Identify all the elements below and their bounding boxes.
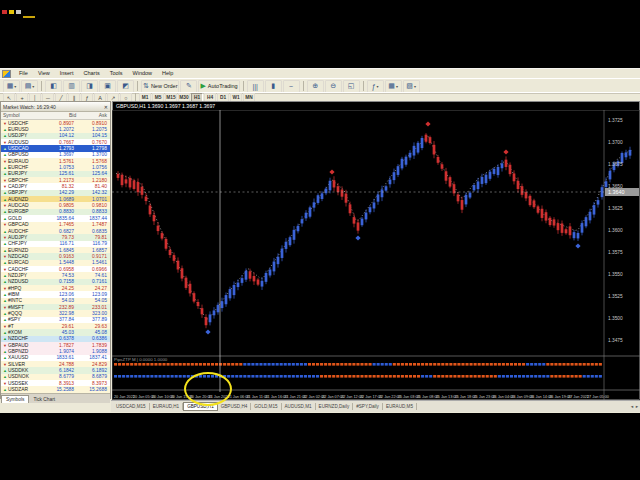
market-watch-row-nzdusd[interactable]: ▲NZDUSD0.71580.7161 xyxy=(1,279,110,285)
column-ask[interactable]: Ask xyxy=(76,112,110,119)
chevron-down-icon[interactable]: ▾ xyxy=(414,84,416,89)
chart-tab-usdcad-m15[interactable]: USDCAD,M15 xyxy=(113,403,150,410)
market-watch-row-euraud[interactable]: ▼EURAUD1.57611.5768 xyxy=(1,158,110,164)
menu-insert[interactable]: Insert xyxy=(55,69,79,78)
market-watch-row-usdzar[interactable]: ▲USDZAR15.258815.2688 xyxy=(1,386,110,392)
market-watch-row-nzdcad[interactable]: ▼NZDCAD0.91630.9171 xyxy=(1,253,110,259)
market-watch-row-audcad[interactable]: ▼AUDCAD0.98050.9810 xyxy=(1,202,110,208)
market-watch-toggle-button[interactable]: ◧ xyxy=(45,80,62,93)
profiles-button[interactable]: ▤▾ xyxy=(21,80,38,93)
market-watch-row-hpq[interactable]: ▼#HPQ24.2524.27 xyxy=(1,285,110,291)
tile-windows-button[interactable]: ◱ xyxy=(343,80,360,93)
bid-value: 142.29 xyxy=(44,190,77,195)
templates-button[interactable]: ▨▾ xyxy=(403,80,420,93)
zoom-in-button[interactable]: ⊕ xyxy=(307,80,324,93)
metaeditor-button[interactable]: ✎ xyxy=(180,80,197,93)
market-watch-row-usdsek[interactable]: ▼USDSEK8.39138.3973 xyxy=(1,380,110,386)
market-watch-row-eurcad[interactable]: ▲EURCAD1.54481.5461 xyxy=(1,260,110,266)
chart-tab-eurnzd-daily[interactable]: EURNZD,Daily xyxy=(316,403,354,410)
chart-tab-audusd-m1[interactable]: AUDUSD,M1 xyxy=(282,403,316,410)
terminal-button[interactable]: ▣ xyxy=(99,80,116,93)
market-watch-tab-tick-chart[interactable]: Tick Chart xyxy=(29,396,59,403)
market-watch-row-xom[interactable]: ▲#XOM45.0345.08 xyxy=(1,329,110,335)
chevron-down-icon[interactable]: ▾ xyxy=(32,84,34,89)
market-watch-row-gbpchf[interactable]: ▼GBPCHF1.21731.2180 xyxy=(1,177,110,183)
menu-view[interactable]: View xyxy=(33,69,55,78)
menu-file[interactable]: File xyxy=(14,69,33,78)
market-watch-row-eurchf[interactable]: ▲EURCHF1.07531.0756 xyxy=(1,164,110,170)
market-watch-row-intc[interactable]: ▲#INTC54.0354.05 xyxy=(1,298,110,304)
chart-tab--spy-daily[interactable]: #SPY,Daily xyxy=(353,403,383,410)
market-watch-row-msft[interactable]: ▼#MSFT232.89233.01 xyxy=(1,304,110,310)
market-watch-row-eurgbp[interactable]: ▲EURGBP0.88300.8833 xyxy=(1,209,110,215)
market-watch-row-gbpaud[interactable]: ▼GBPAUD1.78271.7839 xyxy=(1,342,110,348)
market-watch-row-gbpjpy[interactable]: ▲GBPJPY142.29142.32 xyxy=(1,190,110,196)
market-watch-row-audjpy[interactable]: ▼AUDJPY79.7379.81 xyxy=(1,234,110,240)
autotrading-button[interactable]: ▶AutoTrading xyxy=(198,80,239,93)
line-chart-mode-button[interactable]: ~ xyxy=(283,80,300,93)
market-watch-row-t[interactable]: ▼#T29.6129.63 xyxy=(1,323,110,329)
market-watch-tab-symbols[interactable]: Symbols xyxy=(1,395,29,403)
market-watch-row-nzdchf[interactable]: ▲NZDCHF0.63780.6386 xyxy=(1,336,110,342)
market-watch-row-cadchf[interactable]: ▼CADCHF0.69580.6966 xyxy=(1,266,110,272)
market-watch-row-gold[interactable]: ▲GOLD1835.641837.44 xyxy=(1,215,110,221)
column-symbol[interactable]: Symbol xyxy=(1,112,45,119)
menu-charts[interactable]: Charts xyxy=(78,69,104,78)
menu-tools[interactable]: Tools xyxy=(105,69,128,78)
market-watch-row-eurjpy[interactable]: ▲EURJPY125.61125.64 xyxy=(1,171,110,177)
market-watch-row-gbpcad[interactable]: ▼GBPCAD1.74651.7487 xyxy=(1,222,110,228)
market-watch-row-usdchf[interactable]: ▼USDCHF0.89070.8910 xyxy=(1,120,110,126)
ask-value: 323.00 xyxy=(77,311,110,316)
market-watch-row-audchf[interactable]: ▲AUDCHF0.68270.6835 xyxy=(1,228,110,234)
market-watch-row-audnzd[interactable]: ▲AUDNZD1.06891.0701 xyxy=(1,196,110,202)
ask-value: 74.61 xyxy=(77,273,110,278)
chart-tab-gold-m15[interactable]: GOLD,M15 xyxy=(251,403,281,410)
tile-windows-icon: ◱ xyxy=(348,82,355,90)
menu-help[interactable]: Help xyxy=(157,69,178,78)
close-icon[interactable]: ✕ xyxy=(104,104,108,110)
market-watch-row-usdcad[interactable]: ▲USDCAD1.27931.2798 xyxy=(1,145,110,151)
bid-value: 0.7158 xyxy=(44,279,77,284)
market-watch-row-usdnok[interactable]: ▲USDNOK8.67798.6879 xyxy=(1,374,110,380)
market-watch-row-spy[interactable]: ▲#SPY377.84377.89 xyxy=(1,317,110,323)
market-watch-row-cadjpy[interactable]: ▼CADJPY81.3281.40 xyxy=(1,183,110,189)
chart-tab-euraud-m5[interactable]: EURAUD,M5 xyxy=(383,403,417,410)
data-window-button[interactable]: ▥ xyxy=(63,80,80,93)
new-chart-button[interactable]: ▦▾ xyxy=(3,80,20,93)
market-watch-row-qqq[interactable]: ▲#QQQ322.98323.00 xyxy=(1,310,110,316)
market-watch-row-eurnzd[interactable]: ▲EURNZD1.68451.6857 xyxy=(1,247,110,253)
market-watch-row-eurusd[interactable]: ▲EURUSD1.20721.2075 xyxy=(1,126,110,132)
new-order-button[interactable]: ⇅New Order xyxy=(141,80,179,93)
bar-chart-mode-button[interactable]: ||| xyxy=(247,80,264,93)
chart-canvas[interactable]: 1.36401.37251.37001.36751.36501.36251.36… xyxy=(112,110,640,400)
chart-tab-euraud-h1[interactable]: EURAUD,H1 xyxy=(150,403,184,410)
chevron-down-icon[interactable]: ▾ xyxy=(14,84,16,89)
menu-window[interactable]: Window xyxy=(128,69,158,78)
market-watch-row-audusd[interactable]: ▼AUDUSD0.76670.7670 xyxy=(1,139,110,145)
chart-tab-gbpusd-h4[interactable]: GBPUSD,H4 xyxy=(218,403,252,410)
price-axis-label: 1.3475 xyxy=(608,338,623,343)
chevron-down-icon[interactable]: ▾ xyxy=(377,84,379,89)
arrow-up-icon: ▲ xyxy=(3,127,7,132)
zoom-out-button[interactable]: ⊖ xyxy=(325,80,342,93)
candle-chart-mode-button[interactable]: ▮ xyxy=(265,80,282,93)
strategy-tester-button[interactable]: ◩ xyxy=(117,80,134,93)
market-watch-row-chfjpy[interactable]: ▲CHFJPY116.71116.79 xyxy=(1,241,110,247)
market-watch-row-usdjpy[interactable]: ▲USDJPY104.12104.15 xyxy=(1,133,110,139)
toolbar-separator xyxy=(243,81,244,91)
market-watch-row-xauusd[interactable]: ▲XAUUSD1833.611837.41 xyxy=(1,355,110,361)
market-watch-row-gbpusd[interactable]: ▲GBPUSD1.36971.3700 xyxy=(1,152,110,158)
column-bid[interactable]: Bid xyxy=(45,112,76,119)
arrow-down-icon: ▼ xyxy=(3,178,7,183)
market-watch-row-usddkk[interactable]: ▲USDDKK6.18426.1892 xyxy=(1,367,110,373)
chevron-down-icon[interactable]: ▾ xyxy=(396,84,398,89)
navigator-button[interactable]: ◨ xyxy=(81,80,98,93)
market-watch-row-ibm[interactable]: ▲#IBM123.06123.09 xyxy=(1,291,110,297)
tab-scroll-arrows[interactable]: ◄ ► xyxy=(630,404,640,409)
market-watch-row-gbpnzd[interactable]: ▲GBPNZD1.90741.9088 xyxy=(1,348,110,354)
indicators-button[interactable]: ƒ▾ xyxy=(367,80,384,93)
market-watch-row-silver[interactable]: ▼SILVER24.78824.829 xyxy=(1,361,110,367)
bid-value: 24.788 xyxy=(44,362,77,367)
market-watch-row-nzdjpy[interactable]: ▲NZDJPY74.5374.61 xyxy=(1,272,110,278)
periods-button[interactable]: ▦▾ xyxy=(385,80,402,93)
